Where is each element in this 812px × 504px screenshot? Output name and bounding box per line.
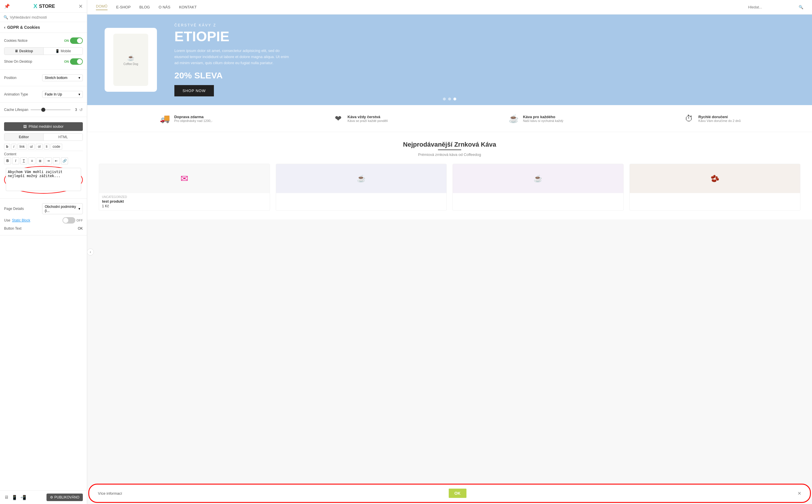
bold2-button[interactable]: B: [4, 157, 11, 164]
link2-button[interactable]: 🔗: [61, 157, 68, 164]
feature-everyone-text: Káva pro každého Naší kávu si vychutná k…: [523, 115, 563, 123]
search-input[interactable]: [10, 15, 83, 19]
shop-now-button[interactable]: SHOP NOW: [174, 85, 214, 96]
search-nav-icon[interactable]: 🔍: [799, 5, 803, 9]
close-icon[interactable]: ✕: [78, 3, 83, 10]
animation-select[interactable]: Fade In Up ▾: [42, 91, 83, 98]
collapse-arrow[interactable]: ‹: [87, 249, 94, 255]
bold-button[interactable]: b: [4, 144, 10, 150]
mobile-tab[interactable]: 📱 Mobile: [43, 48, 82, 55]
li-button[interactable]: li: [44, 144, 49, 150]
page-details-select[interactable]: Obchodní podmínky (i... ▾: [42, 203, 83, 214]
underline-button[interactable]: T: [20, 157, 27, 164]
feature-fresh-text: Káva vždy čerstvá Káva se praží každé po…: [348, 115, 388, 123]
cookies-toggle-on-label: ON: [64, 39, 69, 42]
hero-section: ☕ Coffee Dog ČERSTVÉ KÁVY Z ETIOPIE Lore…: [87, 15, 812, 105]
feature-shipping-desc: Pro objednávky nad 1200,-: [174, 119, 212, 123]
nav-links: DOMŮ E-SHOP BLOG O NÁS KONTAKT: [96, 4, 197, 10]
feature-everyone-desc: Naší kávu si vychutná každý: [523, 119, 563, 123]
cookies-toggle-switch[interactable]: [70, 37, 83, 44]
feature-fast-desc: Kávu Vám doručíme do 2 dnů: [698, 119, 741, 123]
product-category-4: [630, 193, 800, 196]
coffee-bag-logo: Coffee Dog: [123, 62, 138, 66]
feature-fresh-desc: Káva se praží každé pondělí: [348, 119, 388, 123]
product-img-3: ☕: [453, 164, 624, 193]
desktop-footer-icon[interactable]: 🖥: [4, 495, 9, 500]
nav-eshop[interactable]: E-SHOP: [116, 5, 131, 9]
nav-search-input[interactable]: [748, 5, 797, 9]
code-button[interactable]: code: [51, 144, 62, 150]
left-panel: 📌 XSTORE ✕ 🔍 ‹ GDPR & Cookies Cookies No…: [0, 0, 87, 504]
content-textarea-wrapper: Abychom Vám mohli zajistit nejlepší možn…: [4, 166, 83, 194]
top-nav: DOMŮ E-SHOP BLOG O NÁS KONTAKT 🔍: [87, 0, 812, 15]
italic-button[interactable]: i: [11, 144, 16, 150]
hero-dot-2[interactable]: [448, 98, 451, 100]
chevron-down-icon: ▾: [78, 92, 80, 96]
product-price-4: [630, 196, 800, 199]
static-block-toggle[interactable]: OFF: [62, 217, 83, 224]
animation-section: Animation Type Fade In Up ▾: [0, 86, 87, 103]
product-img-2: ☕: [276, 164, 447, 193]
ul-button[interactable]: ul: [28, 144, 35, 150]
tablet-footer-icon[interactable]: 📱: [12, 495, 17, 500]
static-block-toggle-switch[interactable]: [62, 217, 75, 224]
list-ul-button[interactable]: ≡: [28, 157, 35, 164]
indent-button[interactable]: ⇥: [45, 157, 52, 164]
mobile-footer-icon[interactable]: 📲: [20, 495, 26, 500]
product-card-2: ☕: [276, 164, 447, 211]
italic2-button[interactable]: I: [12, 157, 19, 164]
cookie-ok-button[interactable]: OK: [449, 489, 466, 498]
add-media-button[interactable]: 🖼 Přidat mediální soubor: [4, 122, 83, 131]
pin-icon[interactable]: 📌: [4, 3, 10, 9]
show-on-desktop-toggle[interactable]: ON: [64, 58, 83, 65]
nav-domu[interactable]: DOMŮ: [96, 4, 107, 10]
page-details-section: Page Details Obchodní podmínky (i... ▾ U…: [0, 199, 87, 235]
use-static-row: Use Static Block OFF: [4, 216, 83, 225]
content-textarea[interactable]: Abychom Vám mohli zajistit nejlepší možn…: [6, 168, 81, 191]
button-text-row: Button Text OK: [4, 225, 83, 232]
hero-dots: [443, 98, 456, 100]
footer-icons: 🖥 📱 📲: [4, 495, 26, 500]
cache-slider[interactable]: [30, 109, 71, 110]
products-section: Nejprodávanější Zrnková Káva Prémiová zr…: [87, 132, 812, 219]
link-button[interactable]: link: [17, 144, 27, 150]
cookies-notice-section: Cookies Notice ON 🖥 Desktop 📱 Mobile Sho…: [0, 33, 87, 70]
nav-search: 🔍: [748, 5, 803, 9]
feature-fast: ⏱ Rychlé doručení Kávu Vám doručíme do 2…: [683, 112, 741, 125]
product-category-1: UNCATEGORIZED: [99, 193, 270, 199]
show-desktop-toggle-switch[interactable]: [70, 58, 83, 65]
nav-blog[interactable]: BLOG: [139, 5, 150, 9]
panel-footer: 🖥 📱 📲 ⚙ PUBLIKOVÁNO: [0, 490, 87, 504]
outdent-button[interactable]: ⇤: [53, 157, 60, 164]
nav-onas[interactable]: O NÁS: [159, 5, 170, 9]
list-ol-button[interactable]: ≣: [37, 157, 44, 164]
cookies-toggle[interactable]: ON: [64, 37, 83, 44]
back-arrow-icon: ‹: [4, 25, 6, 30]
product-card-4: 🫘: [630, 164, 801, 211]
feature-shipping-text: Doprava zdarma Pro objednávky nad 1200,-: [174, 115, 212, 123]
cache-label: Cache Lifespan: [4, 108, 28, 112]
ol-button[interactable]: ol: [36, 144, 42, 150]
nav-kontakt[interactable]: KONTAKT: [179, 5, 196, 9]
section-subtitle: Prémiová zrnková káva od Coffeedog: [99, 152, 800, 157]
hero-text: ČERSTVÉ KÁVY Z ETIOPIE Lorem ipsum dolor…: [174, 23, 795, 96]
desktop-tab[interactable]: 🖥 Desktop: [4, 48, 43, 55]
product-price-3: [453, 196, 624, 199]
reset-icon[interactable]: ↺: [79, 107, 83, 112]
panel-header: 📌 XSTORE ✕: [0, 0, 87, 13]
static-block-link[interactable]: Static Block: [12, 218, 30, 222]
hero-dot-1[interactable]: [443, 98, 446, 100]
hero-dot-3[interactable]: [453, 98, 456, 100]
editor-tab[interactable]: Editor: [4, 134, 43, 141]
content-label: Content: [4, 152, 83, 156]
hero-description: Lorem ipsum dolor sit amet, consectetur …: [174, 48, 291, 66]
cookie-close-icon[interactable]: ✕: [797, 491, 801, 496]
publish-button[interactable]: ⚙ PUBLIKOVÁNO: [46, 494, 83, 501]
position-select[interactable]: Stretch bottom ▾: [42, 74, 83, 81]
chevron-down-icon: ▾: [78, 76, 80, 80]
show-on-desktop-label: Show On Desktop: [4, 60, 32, 64]
product-card-3: ☕: [452, 164, 624, 211]
product-name-1: test produkt: [99, 199, 270, 204]
back-nav[interactable]: ‹ GDPR & Cookies: [0, 22, 87, 33]
html-tab[interactable]: HTML: [43, 134, 82, 141]
